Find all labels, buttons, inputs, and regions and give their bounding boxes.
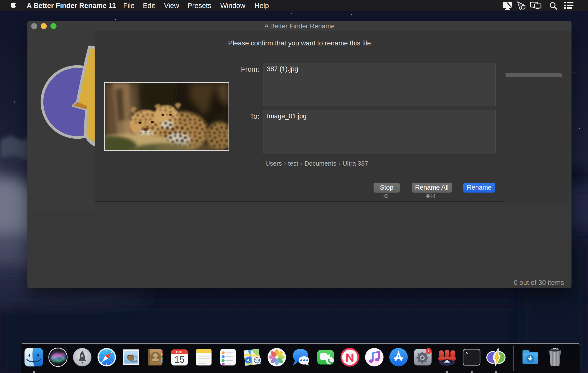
- svg-text:3D: 3D: [255, 359, 259, 362]
- svg-text:1: 1: [428, 349, 430, 353]
- svg-text:15: 15: [174, 354, 185, 365]
- svg-text:>_: >_: [465, 351, 471, 356]
- svg-text:OCT: OCT: [176, 350, 183, 354]
